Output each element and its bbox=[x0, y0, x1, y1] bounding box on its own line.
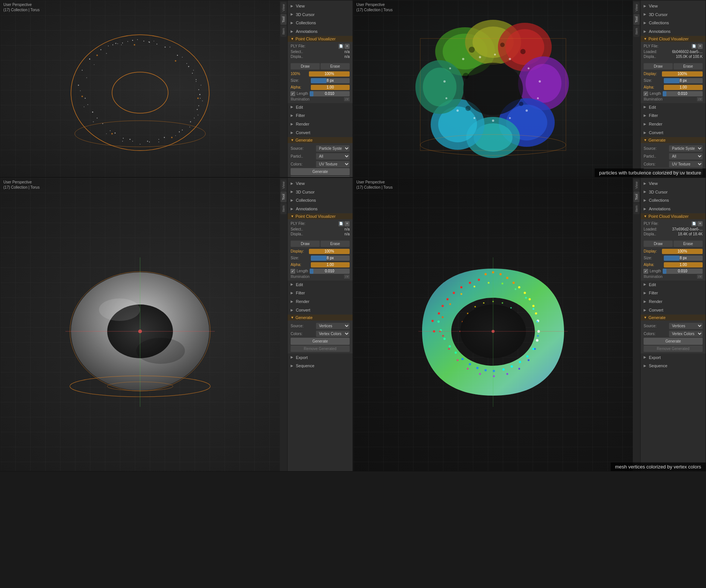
size-slider-tr[interactable]: 8 px bbox=[664, 78, 703, 83]
source-select-tr[interactable]: Particle System bbox=[669, 145, 703, 152]
length-slider-tr[interactable]: 0.010 bbox=[663, 91, 703, 96]
menu-filter-br[interactable]: ▶ Filter bbox=[641, 289, 706, 297]
erase-btn-bl[interactable]: Erase bbox=[321, 241, 350, 247]
menu-render-tr[interactable]: ▶ Render bbox=[641, 120, 706, 129]
ply-icon2-br[interactable]: ✕ bbox=[697, 221, 703, 226]
display-slider-bl[interactable]: 100% bbox=[309, 249, 350, 254]
vtab-tool-tr[interactable]: Tool bbox=[634, 14, 640, 25]
alpha-slider-br[interactable]: 1.00 bbox=[664, 262, 703, 267]
length-checkbox-bl[interactable]: ✓ bbox=[291, 269, 295, 273]
menu-edit-br[interactable]: ▶ Edit bbox=[641, 281, 706, 289]
vtab-item-br[interactable]: Item bbox=[634, 203, 640, 214]
menu-generate-tr[interactable]: ▼ Generate bbox=[641, 137, 706, 143]
vtab-item-tr[interactable]: Item bbox=[634, 26, 640, 37]
menu-edit-tr[interactable]: ▶ Edit bbox=[641, 103, 706, 112]
ply-icon1-tl[interactable]: 📄 bbox=[338, 44, 344, 49]
menu-export-bl[interactable]: ▶ Export bbox=[288, 353, 353, 362]
colors-select-bl[interactable]: Vertex Colors bbox=[316, 331, 350, 337]
vtab-tool-tl[interactable]: Tool bbox=[281, 14, 287, 25]
size-slider-bl[interactable]: 8 px bbox=[311, 256, 350, 261]
illum-btn-bl[interactable]: ↕Y bbox=[344, 275, 350, 279]
menu-3dcursor-bl[interactable]: ▶ 3D Cursor bbox=[288, 188, 353, 196]
menu-filter-tr[interactable]: ▶ Filter bbox=[641, 111, 706, 120]
colors-select-br[interactable]: Vertex Colors bbox=[669, 331, 703, 337]
alpha-slider-tl[interactable]: 1.00 bbox=[311, 85, 350, 90]
menu-view-br[interactable]: ▶ View bbox=[641, 179, 706, 188]
remove-btn-bl[interactable]: Remove Generated bbox=[291, 346, 350, 352]
particle-select-tr[interactable]: All bbox=[669, 153, 703, 160]
vtab-tool-bl[interactable]: Tool bbox=[281, 192, 287, 202]
ply-icon2-tr[interactable]: ✕ bbox=[697, 44, 703, 49]
vtab-view-br[interactable]: View bbox=[634, 179, 640, 191]
alpha-slider-tr[interactable]: 1.00 bbox=[664, 85, 703, 90]
menu-pcv-tr[interactable]: ▼ Point Cloud Visualizer bbox=[641, 36, 706, 42]
remove-btn-br[interactable]: Remove Generated bbox=[644, 346, 703, 352]
colors-select-tr[interactable]: UV Texture bbox=[669, 161, 703, 167]
generate-btn-tl[interactable]: Generate bbox=[291, 168, 350, 175]
menu-annotations-tr[interactable]: ▶ Annotations bbox=[641, 27, 706, 36]
length-checkbox-tl[interactable]: ✓ bbox=[291, 92, 295, 96]
menu-sequence-br[interactable]: ▶ Sequence bbox=[641, 362, 706, 370]
menu-convert-bl[interactable]: ▶ Convert bbox=[288, 306, 353, 315]
size-slider-tl[interactable]: 8 px bbox=[311, 78, 350, 83]
menu-generate-br[interactable]: ▼ Generate bbox=[641, 315, 706, 321]
display-slider-tr[interactable]: 100% bbox=[662, 71, 703, 77]
viewport-top-left[interactable]: User Perspective (17) Collection | Torus… bbox=[0, 0, 353, 177]
draw-btn-bl[interactable]: Draw bbox=[291, 241, 320, 247]
menu-render-tl[interactable]: ▶ Render bbox=[288, 120, 353, 129]
vtab-tool-br[interactable]: Tool bbox=[634, 192, 640, 202]
length-checkbox-br[interactable]: ✓ bbox=[644, 269, 648, 273]
draw-btn-br[interactable]: Draw bbox=[644, 241, 673, 247]
menu-filter-tl[interactable]: ▶ Filter bbox=[288, 111, 353, 120]
menu-collections-br[interactable]: ▶ Collections bbox=[641, 196, 706, 205]
menu-pcv-tl[interactable]: ▼ Point Cloud Visualizer bbox=[288, 36, 353, 42]
ply-icon1-tr[interactable]: 📄 bbox=[691, 44, 697, 49]
menu-edit-bl[interactable]: ▶ Edit bbox=[288, 281, 353, 289]
menu-view-tr[interactable]: ▶ View bbox=[641, 2, 706, 10]
display-slider-tl[interactable]: 100% bbox=[309, 71, 350, 77]
draw-btn-tl[interactable]: Draw bbox=[291, 63, 320, 69]
vtab-item-tl[interactable]: Item bbox=[281, 26, 287, 37]
colors-select-tl[interactable]: UV Texture Vertex Colors bbox=[316, 161, 350, 167]
erase-btn-tr[interactable]: Erase bbox=[674, 63, 703, 69]
illum-btn-tl[interactable]: ↕Y bbox=[344, 97, 350, 101]
length-checkbox-tr[interactable]: ✓ bbox=[644, 92, 648, 96]
menu-pcv-br[interactable]: ▼ Point Cloud Visualizer bbox=[641, 213, 706, 219]
menu-filter-bl[interactable]: ▶ Filter bbox=[288, 289, 353, 297]
viewport-bottom-left[interactable]: User Perspective (17) Collection | Torus… bbox=[0, 177, 353, 471]
menu-collections-tl[interactable]: ▶ Collections bbox=[288, 19, 353, 27]
length-slider-tl[interactable]: 0.010 bbox=[310, 91, 350, 96]
menu-3dcursor-tr[interactable]: ▶ 3D Cursor bbox=[641, 10, 706, 19]
vtab-view-bl[interactable]: View bbox=[281, 179, 287, 191]
ply-icon1-bl[interactable]: 📄 bbox=[338, 221, 344, 226]
menu-pcv-bl[interactable]: ▼ Point Cloud Visualizer bbox=[288, 213, 353, 219]
menu-annotations-br[interactable]: ▶ Annotations bbox=[641, 205, 706, 213]
menu-export-br[interactable]: ▶ Export bbox=[641, 353, 706, 362]
illum-btn-br[interactable]: ↕Y bbox=[697, 275, 703, 279]
particle-select-tl[interactable]: All bbox=[316, 153, 350, 160]
menu-collections-tr[interactable]: ▶ Collections bbox=[641, 19, 706, 27]
vtab-view-tl[interactable]: View bbox=[281, 2, 287, 13]
source-select-tl[interactable]: Particle System Vertices bbox=[316, 145, 350, 152]
ply-icon1-br[interactable]: 📄 bbox=[691, 221, 697, 226]
menu-view-bl[interactable]: ▶ View bbox=[288, 179, 353, 188]
viewport-bottom-right[interactable]: User Perspective (17) Collection | Torus… bbox=[353, 177, 706, 471]
remove-btn-tl[interactable]: Remove Generated bbox=[291, 176, 350, 177]
menu-convert-tl[interactable]: ▶ Convert bbox=[288, 129, 353, 137]
menu-sequence-bl[interactable]: ▶ Sequence bbox=[288, 362, 353, 370]
vtab-item-bl[interactable]: Item bbox=[281, 203, 287, 214]
menu-convert-br[interactable]: ▶ Convert bbox=[641, 306, 706, 315]
menu-generate-tl[interactable]: ▼ Generate bbox=[288, 137, 353, 143]
generate-btn-bl[interactable]: Generate bbox=[291, 338, 350, 345]
erase-btn-br[interactable]: Erase bbox=[674, 241, 703, 247]
source-select-bl[interactable]: Vertices bbox=[316, 323, 350, 329]
display-slider-br[interactable]: 100% bbox=[662, 249, 703, 254]
alpha-slider-bl[interactable]: 1.00 bbox=[311, 262, 350, 267]
illum-btn-tr[interactable]: ↕Y bbox=[697, 97, 703, 101]
viewport-top-right[interactable]: User Perspective (17) Collection | Torus… bbox=[353, 0, 706, 177]
menu-collections-bl[interactable]: ▶ Collections bbox=[288, 196, 353, 205]
menu-annotations-tl[interactable]: ▶ Annotations bbox=[288, 27, 353, 36]
menu-convert-tr[interactable]: ▶ Convert bbox=[641, 129, 706, 137]
length-slider-br[interactable]: 0.010 bbox=[663, 269, 703, 274]
generate-btn-br[interactable]: Generate bbox=[644, 338, 703, 345]
